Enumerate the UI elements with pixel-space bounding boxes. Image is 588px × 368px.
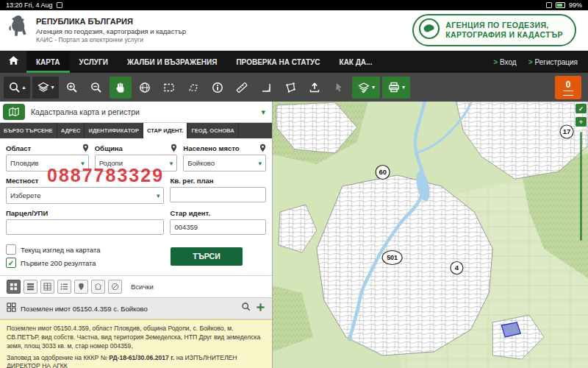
portal-subtitle: КАИС - Портал за електронни услуги — [36, 36, 186, 44]
layers-picker-button[interactable]: ▾ — [32, 77, 59, 99]
pin-filter-icon[interactable] — [74, 280, 88, 294]
obshtina-label: Община — [95, 144, 123, 152]
chevron-up-icon: ▴ — [22, 85, 25, 91]
upload-button[interactable] — [304, 77, 326, 99]
result-row[interactable]: Поземлен имот 05150.4.359 с. Бойково — [0, 297, 272, 319]
tab-identifikator[interactable]: ИДЕНТИФИКАТОР — [85, 123, 143, 138]
cart-button[interactable]: 0 — [555, 76, 581, 99]
layer-confirm-button[interactable]: ✓ — [576, 104, 587, 113]
table-view-icon[interactable] — [40, 280, 54, 294]
rows-view-icon[interactable] — [24, 280, 37, 294]
kvplan-label: Кв. рег. план — [170, 177, 213, 185]
upload-icon — [308, 81, 321, 94]
parcel-label: Парцел/УПИ — [6, 209, 48, 217]
region-label-17: 17 — [563, 127, 571, 135]
measure-distance-button[interactable] — [231, 77, 253, 99]
chevron-down-icon: ▾ — [372, 85, 375, 91]
cadastral-map-icon — [3, 104, 25, 120]
obshtina-select[interactable]: Родопи▾ — [95, 155, 178, 171]
identify-button[interactable] — [207, 77, 229, 99]
checkbox-checked-icon[interactable]: ✓ — [6, 258, 16, 268]
register-link[interactable]: > Регистрация — [528, 58, 578, 66]
map-zoom-in-button[interactable]: + — [576, 117, 587, 127]
map-layer-selector[interactable]: Кадастрална карта и регистри ▾ — [0, 102, 272, 123]
search-panel-toggle-button[interactable]: ▴ — [4, 77, 30, 99]
angle-icon — [259, 81, 273, 94]
zoom-in-button[interactable] — [61, 77, 83, 99]
zoom-in-icon — [65, 81, 79, 94]
parcel-grid-icon — [7, 302, 16, 315]
home-button[interactable] — [0, 51, 26, 73]
chevron-down-icon: ▾ — [157, 192, 160, 199]
cart-count-badge: 0 — [566, 80, 571, 89]
tab-star-ident[interactable]: СТАР ИДЕНТ. — [143, 123, 187, 138]
main-nav: КАРТА УСЛУГИ ЖАЛБИ И ВЪЗРАЖЕНИЯ ПРОВЕРКА… — [0, 51, 588, 73]
pan-tool-button[interactable] — [110, 77, 132, 99]
tab-adres[interactable]: АДРЕС — [57, 123, 85, 138]
old-ident-label: Стар идент. — [170, 209, 210, 217]
select-rectangle-button[interactable] — [158, 77, 180, 99]
nav-item-kak-da[interactable]: КАК ДА... — [330, 51, 382, 73]
polygon-filter-icon[interactable] — [91, 280, 105, 294]
cursor-select-icon — [332, 81, 345, 94]
agency-logo-text: АГЕНЦИЯ ПО ГЕОДЕЗИЯ, КАРТОГРАФИЯ И КАДАС… — [445, 21, 563, 39]
order-number: РД-18-61/30.06.2017 г. — [109, 354, 174, 361]
search-tabs: БЪРЗО ТЪРСЕНЕ АДРЕС ИДЕНТИФИКАТОР СТАР И… — [0, 123, 272, 138]
list-icon — [563, 91, 573, 96]
result-title: Поземлен имот 05150.4.359 с. Бойково — [21, 305, 237, 313]
region-label-501: 501 — [387, 254, 398, 261]
map-pin-icon — [82, 144, 89, 152]
tab-geod-osnova[interactable]: ГЕОД. ОСНОВА — [187, 123, 238, 138]
pan-hand-icon — [114, 81, 127, 94]
grid-view-icon[interactable] — [7, 280, 21, 294]
nav-item-zhalbi[interactable]: ЖАЛБИ И ВЪЗРАЖЕНИЯ — [118, 51, 227, 73]
select-polygon-icon — [187, 81, 200, 94]
android-status-bar: 13:20 Fri, 4 Aug 99% — [0, 0, 588, 10]
checkbox-unchecked-icon[interactable] — [6, 244, 16, 255]
tab-barzo-tarsene[interactable]: БЪРЗО ТЪРСЕНЕ — [0, 123, 57, 138]
zoom-out-button[interactable] — [85, 77, 107, 99]
chevron-right-icon: > — [493, 58, 498, 66]
list-view-icon[interactable] — [57, 280, 71, 294]
current-view-checkbox-row[interactable]: Текущ изглед на картата — [6, 244, 171, 255]
select-features-button — [328, 77, 350, 99]
zoom-to-result-icon[interactable] — [241, 302, 251, 315]
zoom-slider-track[interactable] — [580, 132, 582, 241]
old-ident-form: Област Пловдив▾ Община Родопи▾ — [0, 138, 272, 241]
oblast-label: Област — [6, 144, 31, 152]
full-extent-button[interactable] — [134, 77, 156, 99]
coat-of-arms-lion — [7, 14, 29, 46]
clear-filter-icon[interactable] — [108, 280, 122, 294]
chevron-down-icon: ▾ — [261, 107, 265, 117]
nav-item-proverka[interactable]: ПРОВЕРКА НА СТАТУС — [226, 51, 329, 73]
measure-area-button[interactable] — [279, 77, 301, 99]
print-button[interactable]: ▾ — [382, 77, 410, 99]
nav-item-uslugi[interactable]: УСЛУГИ — [70, 51, 118, 73]
map-viewport[interactable]: 60 501 4 17 ✓ + — [273, 102, 588, 368]
home-icon — [8, 55, 19, 68]
parcel-input[interactable] — [6, 219, 164, 235]
search-button[interactable]: ТЪРСИ — [171, 247, 243, 266]
place-select[interactable]: Бойково▾ — [183, 155, 266, 171]
cadastral-map[interactable]: 60 501 4 17 — [273, 102, 588, 368]
mestnost-select[interactable]: Изберете▾ — [6, 187, 164, 204]
nav-item-karta[interactable]: КАРТА — [26, 51, 70, 73]
visible-layers-button[interactable]: ▾ — [352, 77, 380, 99]
old-ident-input[interactable] — [170, 219, 266, 235]
republic-title: РЕПУБЛИКА БЪЛГАРИЯ — [36, 17, 186, 27]
select-polygon-button[interactable] — [182, 77, 204, 99]
first-200-checkbox-label: Първите 200 резултата — [21, 259, 96, 267]
first-200-checkbox-row[interactable]: ✓ Първите 200 резултата — [6, 258, 171, 268]
measure-angle-button[interactable] — [255, 77, 277, 99]
filter-all-label[interactable]: Всички — [131, 283, 154, 291]
layers-icon — [37, 81, 50, 94]
agency-logo-icon — [418, 18, 440, 43]
chevron-down-icon: ▾ — [170, 160, 173, 167]
parcel-info-box: Поземлен имот 05150.4.359, област Пловди… — [0, 319, 272, 368]
add-to-cart-icon[interactable] — [256, 302, 265, 315]
oblast-select[interactable]: Пловдив▾ — [6, 155, 89, 171]
login-link[interactable]: > Вход — [493, 58, 516, 66]
map-pin-icon — [259, 144, 266, 152]
kvplan-input[interactable] — [170, 187, 266, 202]
agency-logo-pill: АГЕНЦИЯ ПО ГЕОДЕЗИЯ, КАРТОГРАФИЯ И КАДАС… — [412, 14, 576, 46]
